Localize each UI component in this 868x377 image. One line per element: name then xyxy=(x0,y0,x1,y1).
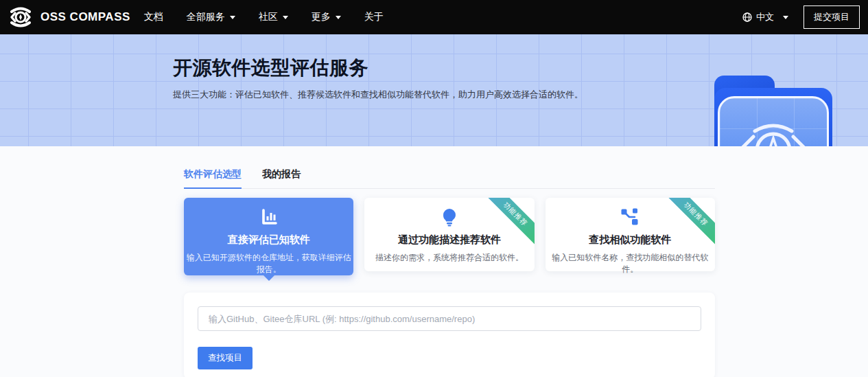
content-section: 软件评估选型 我的报告 直接评估已知软件 输入已知开源软件的仓库地址，获取详细评… xyxy=(0,146,868,377)
card-description: 输入已知软件名称，查找功能相似的替代软件。 xyxy=(546,252,715,275)
ribbon-label: 功能推荐 xyxy=(666,198,715,247)
language-label: 中文 xyxy=(756,11,774,23)
nav-item-all-services[interactable]: 全部服务 xyxy=(187,11,235,23)
folder-compass-illustration xyxy=(714,76,832,146)
nav-item-docs[interactable]: 文档 xyxy=(144,11,163,23)
repo-search-panel: 查找项目 xyxy=(184,293,715,377)
compass-eye-logo-icon xyxy=(733,116,814,146)
repo-url-input[interactable] xyxy=(198,306,701,331)
card-title: 直接评估已知软件 xyxy=(184,233,353,247)
nav-item-more[interactable]: 更多 xyxy=(312,11,341,23)
chevron-down-icon xyxy=(336,16,341,19)
card-description: 输入已知开源软件的仓库地址，获取详细评估报告。 xyxy=(184,252,353,275)
find-project-button[interactable]: 查找项目 xyxy=(198,347,253,369)
main-nav: 文档 全部服务 社区 更多 关于 xyxy=(144,11,384,23)
tab-my-reports[interactable]: 我的报告 xyxy=(262,168,301,189)
active-card-pointer-icon xyxy=(263,275,274,281)
hero-section: 开源软件选型评估服务 提供三大功能：评估已知软件、推荐候选软件和查找相似功能替代… xyxy=(0,34,868,146)
corner-ribbon: 功能推荐 xyxy=(485,198,535,247)
ribbon-label: 功能推荐 xyxy=(485,198,535,247)
card-description: 描述你的需求，系统将推荐合适的软件。 xyxy=(364,252,534,264)
content-container: 软件评估选型 我的报告 直接评估已知软件 输入已知开源软件的仓库地址，获取详细评… xyxy=(184,168,715,377)
compass-eye-logo-icon xyxy=(7,5,34,30)
card-find-similar-software[interactable]: 功能推荐 查找相似功能软件 输入已知软件名称，查找功能相似的替代软件。 xyxy=(546,198,715,271)
nav-item-about[interactable]: 关于 xyxy=(364,11,384,23)
tab-software-selection[interactable]: 软件评估选型 xyxy=(184,168,242,189)
oss-compass-logo[interactable]: OSS COMPASS xyxy=(7,5,130,30)
card-evaluate-known-software[interactable]: 直接评估已知软件 输入已知开源软件的仓库地址，获取详细评估报告。 xyxy=(184,198,353,275)
card-recommend-by-description[interactable]: 功能推荐 通过功能描述推荐软件 描述你的需求，系统将推荐合适的软件。 xyxy=(364,198,534,271)
logo-text: OSS COMPASS xyxy=(40,10,130,24)
tab-bar: 软件评估选型 我的报告 xyxy=(184,168,715,189)
globe-icon xyxy=(742,12,752,22)
nav-item-community[interactable]: 社区 xyxy=(259,11,288,23)
chevron-down-icon xyxy=(783,16,788,19)
chevron-down-icon xyxy=(283,16,288,19)
submit-project-button[interactable]: 提交项目 xyxy=(804,5,860,29)
language-selector[interactable]: 中文 xyxy=(742,11,788,23)
folder-front-card xyxy=(718,96,829,146)
corner-ribbon: 功能推荐 xyxy=(666,198,715,247)
mode-cards: 直接评估已知软件 输入已知开源软件的仓库地址，获取详细评估报告。 功能推荐 通过… xyxy=(184,198,715,275)
chevron-down-icon xyxy=(230,16,235,19)
bar-chart-icon xyxy=(184,207,353,227)
top-navbar: OSS COMPASS 文档 全部服务 社区 更多 关于 中文 提交项目 xyxy=(0,0,868,34)
